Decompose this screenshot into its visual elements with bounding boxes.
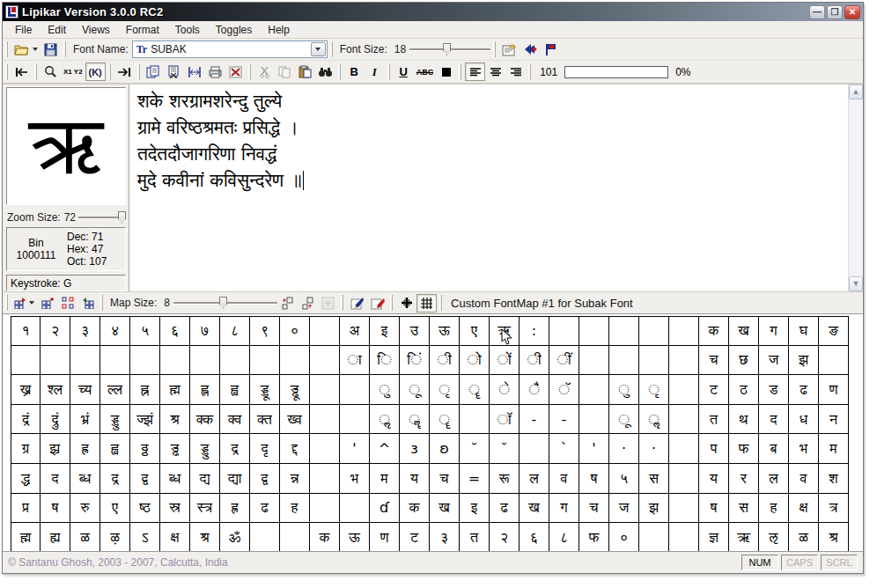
font-map-cell[interactable]: िं — [400, 346, 430, 376]
text-editor[interactable]: शके शरग्रामशरेन्दु तुल्येग्रामे वरिष्ठश्… — [130, 85, 848, 291]
font-map-cell[interactable]: ों — [490, 346, 520, 376]
font-map-cell[interactable]: ळ — [789, 523, 819, 551]
duplicate-page-button[interactable] — [144, 62, 164, 81]
font-map-cell[interactable] — [579, 375, 609, 405]
font-map-cell[interactable]: ध — [789, 405, 819, 435]
font-map-cell[interactable]: द्रुं — [41, 405, 70, 435]
font-map-cell[interactable]: ज्झं — [130, 405, 160, 435]
map-size-slider-thumb[interactable] — [219, 297, 227, 309]
font-map-cell[interactable]: ˘ — [490, 434, 520, 464]
font-size-slider-thumb[interactable] — [443, 43, 451, 55]
insert-row-button[interactable] — [298, 294, 318, 312]
font-map-cell[interactable] — [340, 375, 370, 405]
font-map-cell[interactable]: ७ — [190, 316, 220, 346]
menu-format[interactable]: Format — [119, 22, 166, 38]
font-map-cell[interactable] — [669, 375, 699, 405]
font-map-cell[interactable]: ॄ — [430, 405, 460, 435]
font-map-cell[interactable] — [310, 494, 340, 524]
font-map-cell[interactable]: झ — [789, 346, 819, 376]
font-map-cell[interactable]: रू — [490, 464, 520, 494]
font-map-cell[interactable]: ह्न — [130, 375, 160, 405]
font-map-cell[interactable]: रु — [70, 494, 100, 524]
font-map-cell[interactable] — [41, 346, 70, 376]
edit-glyph-button[interactable] — [347, 294, 367, 312]
font-map-cell[interactable] — [549, 316, 579, 346]
menu-views[interactable]: Views — [75, 22, 117, 38]
font-map-cell[interactable]: ड्डू — [250, 375, 280, 405]
font-map-cell[interactable]: ए — [100, 494, 130, 524]
font-map-cell[interactable]: ८ — [549, 523, 579, 551]
fontmap-restore-button[interactable] — [77, 294, 98, 312]
font-map-cell[interactable]: क्क — [190, 405, 220, 435]
toolbar-grip[interactable] — [248, 64, 251, 80]
font-map-cell[interactable]: ल — [520, 464, 549, 494]
font-map-cell[interactable]: क्त — [250, 405, 280, 435]
font-map-cell[interactable]: द्ध — [11, 464, 41, 494]
font-map-cell[interactable]: ऊ — [430, 316, 460, 346]
font-map-cell[interactable]: स — [639, 464, 669, 494]
font-map-cell[interactable]: ५ — [609, 464, 639, 494]
font-map-cell[interactable] — [130, 346, 160, 376]
font-map-cell[interactable]: क — [310, 523, 340, 551]
font-map-cell[interactable]: श्र — [819, 523, 849, 551]
font-map-cell[interactable] — [220, 346, 250, 376]
font-map-cell[interactable]: त्र — [819, 494, 849, 524]
toolbar-grip[interactable] — [5, 295, 8, 311]
font-map-cell[interactable] — [280, 346, 310, 376]
go-start-button[interactable] — [11, 62, 32, 81]
toolbar-grip[interactable] — [390, 295, 393, 311]
font-map-cell[interactable] — [190, 346, 220, 376]
close-button[interactable]: ✕ — [844, 5, 860, 19]
font-map-cell[interactable] — [669, 523, 699, 551]
font-map-cell[interactable]: दृ — [250, 434, 280, 464]
jump-previous-button[interactable] — [520, 40, 541, 59]
font-map-cell[interactable]: ड्डु — [100, 405, 130, 435]
map-size-slider[interactable] — [173, 296, 277, 310]
font-map-cell[interactable] — [310, 434, 340, 464]
font-map-cell[interactable]: ॣ — [400, 405, 430, 435]
toolbar-grip[interactable] — [493, 41, 496, 57]
font-map-cell[interactable]: क्ष — [789, 494, 819, 524]
font-map-cell[interactable]: प्र — [11, 494, 41, 524]
font-map-cell[interactable]: ग — [759, 316, 789, 346]
font-map-cell[interactable]: श — [819, 464, 849, 494]
font-map-cell[interactable] — [340, 494, 370, 524]
font-map-cell[interactable]: ज्ञ — [699, 523, 729, 551]
font-map-cell[interactable]: ग्र — [11, 434, 41, 464]
font-map-cell[interactable]: भ्रं — [70, 405, 100, 435]
insert-column-button[interactable] — [277, 294, 298, 312]
font-map-cell[interactable]: ै — [520, 375, 549, 405]
toolbar-grip[interactable] — [137, 64, 140, 80]
font-map-cell[interactable]: ʚ — [430, 434, 460, 464]
font-map-cell[interactable]: ष्ठ — [130, 494, 160, 524]
open-dropdown-caret-icon[interactable] — [33, 48, 38, 51]
toolbar-grip[interactable] — [330, 41, 333, 57]
font-map-cell[interactable]: श्ल — [41, 375, 70, 405]
font-map-cell[interactable]: व — [789, 464, 819, 494]
font-map-cell[interactable]: ड्डु — [190, 434, 220, 464]
font-map-cell[interactable]: द्व — [250, 464, 280, 494]
font-map-cell[interactable]: स्र — [160, 494, 190, 524]
maximize-button[interactable]: ❐ — [827, 5, 843, 19]
open-file-button[interactable] — [11, 40, 41, 59]
font-map-cell[interactable]: ख — [520, 494, 549, 524]
font-map-cell[interactable]: २ — [490, 523, 520, 551]
zoom-button[interactable] — [41, 62, 61, 81]
font-map-cell[interactable]: क — [400, 494, 430, 524]
find-button[interactable] — [315, 62, 335, 81]
font-map-cell[interactable]: : — [520, 316, 549, 346]
font-map-cell[interactable]: ६ — [160, 316, 190, 346]
paste-button[interactable] — [295, 62, 315, 81]
zoom-size-slider-thumb[interactable] — [118, 211, 126, 224]
toolbar-grip[interactable] — [63, 41, 66, 57]
font-map-cell[interactable]: द्रं — [11, 405, 41, 435]
toolbar-grip[interactable] — [100, 295, 103, 311]
font-map-cell[interactable]: ि — [370, 346, 400, 376]
font-map-cell[interactable] — [100, 346, 130, 376]
font-map-cell[interactable]: ॉ — [490, 405, 520, 435]
font-map-cell[interactable]: छ — [729, 346, 759, 376]
toolbar-grip[interactable] — [528, 64, 531, 80]
font-map-cell[interactable]: ॄ — [460, 375, 490, 405]
font-map-cell[interactable]: च — [579, 494, 609, 524]
font-map-cell[interactable]: ज — [609, 494, 639, 524]
